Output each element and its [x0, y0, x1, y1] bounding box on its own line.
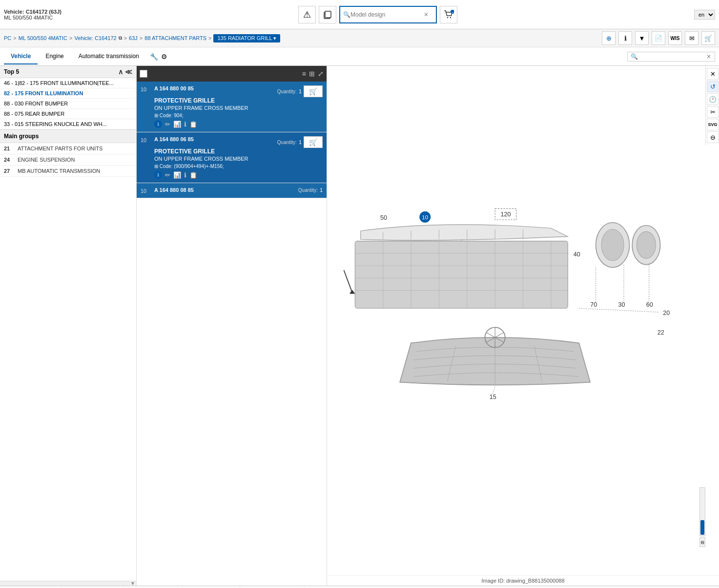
part-edit-icon-0[interactable]: ✏	[165, 121, 170, 128]
parts-list: 10 A 164 880 00 85 Quantity: 1 🛒 PROTECT…	[137, 82, 327, 586]
diagram-vscroll[interactable]	[699, 487, 705, 536]
vehicle-line1: Vehicle: C164172 (63J)	[4, 9, 62, 15]
cart-bc-btn[interactable]: 🛒	[701, 31, 715, 45]
svg-btn[interactable]: SVG	[707, 119, 719, 130]
part-info-icon-0[interactable]: ℹ	[184, 121, 186, 128]
main-area: Top 5 ∧ ≪ 46 - 1|82 - 175 FRONT ILLUMINA…	[0, 66, 719, 586]
top5-collapse-btn[interactable]: ∧	[118, 68, 123, 76]
copy-button[interactable]	[319, 6, 336, 23]
svg-text:50: 50	[380, 214, 387, 221]
cart-button[interactable]: +	[440, 6, 457, 23]
svg-point-2	[447, 17, 448, 18]
wis-btn[interactable]: WIS	[668, 31, 682, 45]
top5-item-2[interactable]: 88 - 030 FRONT BUMPER	[0, 99, 136, 109]
part-qty-2: 1	[320, 187, 323, 193]
tab-gear-icon[interactable]: ⚙	[161, 53, 167, 61]
part-chart-icon-1[interactable]: 📊	[173, 171, 181, 179]
part-item-2: 10 A 164 880 08 85 Quantity: 1	[137, 183, 327, 198]
bc-copy-icon[interactable]: ⧉	[119, 35, 122, 41]
svg-text:120: 120	[500, 211, 511, 218]
top5-item-0[interactable]: 46 - 1|82 - 175 FRONT ILLUMINATION|TEE..…	[0, 78, 136, 88]
group-num-24: 24	[4, 157, 18, 163]
breadcrumb: PC > ML 500/550 4MATIC > Vehicle: C16417…	[0, 29, 719, 47]
part-pos-2: 10	[141, 187, 150, 194]
part-codeinfo-0: ⊞ Code: 904;	[154, 113, 323, 118]
top5-expand-btn[interactable]: ≪	[125, 68, 132, 76]
model-search-input[interactable]	[350, 11, 424, 18]
image-id: Image ID: drawing_B88135000088	[327, 575, 719, 586]
part-desc-0: ON UPPER FRAME CROSS MEMBER	[154, 105, 323, 111]
thumb-label-135[interactable]: 135 RADIATOR GRILL ✎	[240, 586, 305, 588]
list-view-btn[interactable]: ≡	[302, 70, 306, 78]
expand-view-btn[interactable]: ⤢	[318, 70, 324, 78]
tab-vehicle[interactable]: Vehicle	[4, 49, 38, 64]
part-pos-0: 10	[141, 85, 150, 128]
group-num-27: 27	[4, 168, 18, 174]
lang-select[interactable]: en de fr	[694, 10, 715, 20]
main-groups-label: Main groups	[4, 133, 39, 140]
warning-button[interactable]: ⚠	[298, 6, 316, 23]
top5-item-1[interactable]: 82 - 175 FRONT ILLUMINATION	[0, 88, 136, 99]
bc-vehicle[interactable]: Vehicle: C164172	[74, 35, 116, 41]
top5-item-3[interactable]: 88 - 075 REAR BUMPER	[0, 109, 136, 119]
part-qty-badge-1: 1	[154, 171, 162, 179]
svg-text:20: 20	[663, 310, 670, 316]
part-info-icon-1[interactable]: ℹ	[184, 171, 186, 179]
tabs-bar: Vehicle Engine Automatic transmission 🔧 …	[0, 47, 719, 66]
search-clear-icon[interactable]: ✕	[424, 11, 429, 18]
svg-rect-1	[325, 11, 331, 18]
group-item-21[interactable]: 21 ATTACHMENT PARTS FOR UNITS	[0, 143, 136, 154]
tab-automatic-transmission[interactable]: Automatic transmission	[72, 49, 146, 64]
tab-wrench-icon[interactable]: 🔧	[150, 53, 158, 61]
group-label-27: MB AUTOMATIC TRANSMISSION	[18, 168, 100, 174]
left-scroll-indicator: ▼	[130, 581, 135, 586]
group-item-24[interactable]: 24 ENGINE SUSPENSION	[0, 154, 136, 166]
part-code-1: A 164 880 06 85	[154, 136, 194, 142]
svg-text:10: 10	[422, 214, 428, 220]
part-cart-btn-0[interactable]: 🛒	[304, 85, 323, 97]
part-file-icon-1[interactable]: 📋	[189, 171, 197, 179]
scissors-btn[interactable]: ✂	[707, 106, 719, 118]
top5-label: Top 5	[4, 68, 19, 75]
grid-view-btn[interactable]: ⊞	[309, 70, 315, 78]
part-chart-icon-0[interactable]: 📊	[173, 121, 181, 128]
top5-item-4[interactable]: 33 - 015 STEERING KNUCKLE AND WH...	[0, 119, 136, 129]
tab-engine[interactable]: Engine	[39, 49, 70, 64]
part-cart-btn-1[interactable]: 🛒	[304, 136, 323, 148]
part-code-0: A 164 880 00 85	[154, 85, 194, 91]
info-btn[interactable]: ℹ	[618, 31, 632, 45]
group-item-27[interactable]: 27 MB AUTOMATIC TRANSMISSION	[0, 166, 136, 177]
part-actions-0: 1 ✏ 📊 ℹ 📋	[154, 120, 323, 128]
part-edit-icon-1[interactable]: ✏	[165, 171, 170, 179]
part-file-icon-0[interactable]: 📋	[189, 121, 197, 128]
thumb-label-030[interactable]: 030 FRONT BUMPER ✎	[62, 586, 123, 588]
tab-search-clear[interactable]: ✕	[706, 53, 711, 60]
bc-ml[interactable]: ML 500/550 4MATIC	[19, 35, 67, 41]
svg-text:70: 70	[590, 301, 597, 308]
mail-btn[interactable]: ✉	[685, 31, 698, 45]
top5-header: Top 5 ∧ ≪	[0, 66, 136, 78]
parts-select-all[interactable]	[140, 70, 147, 78]
tab-search-input[interactable]	[638, 53, 706, 60]
bc-63j[interactable]: 63J	[129, 35, 138, 41]
svg-point-38	[601, 230, 624, 261]
part-item-1: 10 A 164 880 06 85 Quantity: 1 🛒 PROTECT…	[137, 132, 327, 183]
doc-btn[interactable]: 📄	[652, 31, 665, 45]
bc-88[interactable]: 88 ATTACHMENT PARTS	[144, 35, 206, 41]
refresh-btn[interactable]: ↺	[707, 81, 719, 92]
close-panel-btn[interactable]: ✕	[707, 68, 719, 80]
diagram-zoom-out-btn[interactable]: ⊖	[699, 537, 705, 547]
thumb-label-120[interactable]: 120 ENGINE HOOD ✎	[183, 586, 241, 588]
bc-pc[interactable]: PC	[4, 35, 11, 41]
zoom-out-diagram-btn[interactable]: ⊖	[707, 131, 719, 143]
filter-btn[interactable]: ▼	[635, 31, 649, 45]
group-num-21: 21	[4, 146, 18, 151]
parts-filter-input[interactable]	[150, 71, 299, 77]
group-label-24: ENGINE SUSPENSION	[18, 157, 75, 163]
thumb-label-075[interactable]: 075 REAR BUMPER ✎	[123, 586, 183, 588]
bc-135[interactable]: 135 RADIATOR GRILL ▾	[213, 34, 280, 42]
tab-search-icon: 🔍	[631, 53, 638, 60]
history-btn[interactable]: 🕐	[707, 93, 719, 105]
thumb-label-015[interactable]: 015 FRONT FENDER ✎	[0, 586, 62, 588]
zoom-in-btn[interactable]: ⊕	[602, 31, 616, 45]
